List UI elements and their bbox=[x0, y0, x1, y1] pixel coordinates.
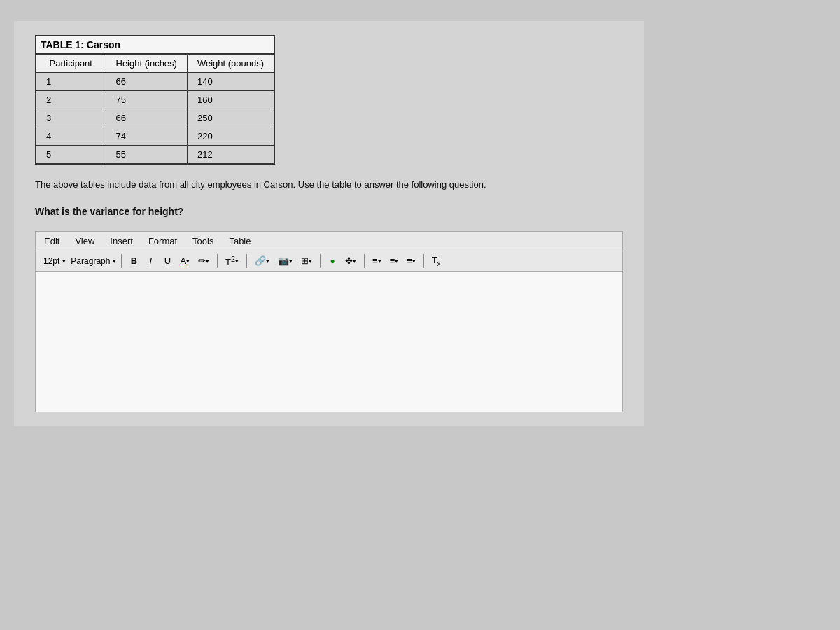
editor-body[interactable] bbox=[36, 272, 622, 412]
cell-participant-4: 4 bbox=[36, 127, 106, 146]
separator-1 bbox=[121, 254, 122, 268]
clear-format-icon: Tx bbox=[432, 255, 440, 267]
font-color-button[interactable]: A ▾ bbox=[177, 255, 192, 267]
list-button[interactable]: ≡ ▾ bbox=[387, 255, 402, 267]
underline-button[interactable]: U bbox=[160, 255, 174, 267]
clear-format-button[interactable]: Tx bbox=[429, 254, 443, 268]
menu-tools[interactable]: Tools bbox=[191, 234, 215, 248]
separator-4 bbox=[320, 254, 321, 268]
image-icon: 📷 bbox=[278, 255, 289, 266]
table-row: 275160 bbox=[36, 91, 274, 109]
separator-5 bbox=[364, 254, 365, 268]
list-icon: ≡ bbox=[390, 255, 396, 266]
description-text: The above tables include data from all c… bbox=[35, 178, 623, 192]
cell-weight-3: 250 bbox=[187, 109, 274, 127]
table-caption: TABLE 1: Carson bbox=[35, 35, 275, 53]
col-header-weight: Weight (pounds) bbox=[187, 54, 274, 73]
content-area: TABLE 1: Carson Participant Height (inch… bbox=[14, 21, 644, 426]
insert-table-button[interactable]: ⊞ ▾ bbox=[298, 255, 315, 267]
link-button[interactable]: 🔗 ▾ bbox=[252, 255, 272, 267]
menu-view[interactable]: View bbox=[74, 234, 96, 248]
highlight-button[interactable]: ✏ ▾ bbox=[195, 255, 212, 267]
cell-participant-5: 5 bbox=[36, 146, 106, 164]
paragraph-group[interactable]: Paragraph ▾ bbox=[69, 255, 116, 267]
circle-button[interactable]: ● bbox=[326, 255, 340, 267]
table-row: 366250 bbox=[36, 109, 274, 127]
indent-button[interactable]: ≡ ▾ bbox=[404, 255, 419, 267]
cell-weight-5: 212 bbox=[187, 146, 274, 164]
col-header-participant: Participant bbox=[36, 54, 106, 73]
menu-edit[interactable]: Edit bbox=[43, 234, 61, 248]
editor-container: Edit View Insert Format Tools Table 12pt… bbox=[35, 231, 623, 412]
font-color-label: A bbox=[180, 255, 186, 266]
cell-height-3: 66 bbox=[106, 109, 187, 127]
more-icon: ✤ bbox=[345, 255, 353, 266]
table-row: 166140 bbox=[36, 73, 274, 91]
superscript-button[interactable]: T2 ▾ bbox=[223, 254, 241, 268]
separator-6 bbox=[424, 254, 424, 268]
list-arrow[interactable]: ▾ bbox=[395, 258, 398, 265]
font-size-arrow[interactable]: ▾ bbox=[62, 258, 66, 265]
cell-weight-1: 140 bbox=[187, 73, 274, 91]
italic-button[interactable]: I bbox=[144, 255, 158, 267]
superscript-label: T2 bbox=[225, 255, 235, 267]
menu-format[interactable]: Format bbox=[147, 234, 178, 248]
superscript-arrow[interactable]: ▾ bbox=[235, 258, 239, 265]
menu-insert[interactable]: Insert bbox=[108, 234, 134, 248]
cell-weight-4: 220 bbox=[187, 127, 274, 146]
more-arrow[interactable]: ▾ bbox=[353, 258, 356, 265]
indent-icon: ≡ bbox=[407, 255, 412, 266]
table-row: 474220 bbox=[36, 127, 274, 146]
highlight-arrow[interactable]: ▾ bbox=[206, 258, 209, 265]
align-left-icon: ≡ bbox=[372, 255, 378, 266]
font-size-label[interactable]: 12pt bbox=[41, 255, 62, 267]
paragraph-arrow[interactable]: ▾ bbox=[113, 258, 116, 265]
menu-bar: Edit View Insert Format Tools Table bbox=[36, 232, 622, 251]
cell-participant-1: 1 bbox=[36, 73, 106, 91]
cell-height-1: 66 bbox=[106, 73, 187, 91]
cell-height-2: 75 bbox=[106, 91, 187, 109]
table-wrapper: TABLE 1: Carson Participant Height (inch… bbox=[35, 35, 275, 164]
data-table: TABLE 1: Carson Participant Height (inch… bbox=[35, 35, 275, 164]
image-button[interactable]: 📷 ▾ bbox=[275, 255, 295, 267]
indent-arrow[interactable]: ▾ bbox=[412, 258, 416, 265]
bold-button[interactable]: B bbox=[127, 255, 141, 267]
cell-height-5: 55 bbox=[106, 146, 187, 164]
cell-weight-2: 160 bbox=[187, 91, 274, 109]
link-arrow[interactable]: ▾ bbox=[266, 258, 270, 265]
align-left-button[interactable]: ≡ ▾ bbox=[370, 255, 384, 267]
highlight-icon: ✏ bbox=[198, 255, 206, 266]
cell-participant-2: 2 bbox=[36, 91, 106, 109]
toolbar-bar: 12pt ▾ Paragraph ▾ B I U A ▾ bbox=[36, 251, 622, 272]
image-arrow[interactable]: ▾ bbox=[289, 258, 293, 265]
font-color-arrow[interactable]: ▾ bbox=[186, 258, 190, 265]
link-icon: 🔗 bbox=[255, 255, 266, 266]
paragraph-label[interactable]: Paragraph bbox=[69, 255, 112, 267]
insert-table-icon: ⊞ bbox=[301, 255, 309, 266]
menu-table[interactable]: Table bbox=[227, 234, 252, 248]
separator-2 bbox=[217, 254, 218, 268]
cell-height-4: 74 bbox=[106, 127, 187, 146]
insert-table-arrow[interactable]: ▾ bbox=[309, 258, 312, 265]
font-size-group[interactable]: 12pt ▾ bbox=[41, 255, 66, 267]
align-left-arrow[interactable]: ▾ bbox=[378, 258, 382, 265]
col-header-height: Height (inches) bbox=[106, 54, 187, 73]
page-container: TABLE 1: Carson Participant Height (inch… bbox=[0, 0, 840, 630]
cell-participant-3: 3 bbox=[36, 109, 106, 127]
separator-3 bbox=[246, 254, 247, 268]
more-button[interactable]: ✤ ▾ bbox=[342, 255, 359, 267]
question-text: What is the variance for height? bbox=[35, 206, 623, 217]
circle-icon: ● bbox=[330, 256, 335, 266]
table-row: 555212 bbox=[36, 146, 274, 164]
table-header-row: Participant Height (inches) Weight (poun… bbox=[36, 54, 274, 73]
